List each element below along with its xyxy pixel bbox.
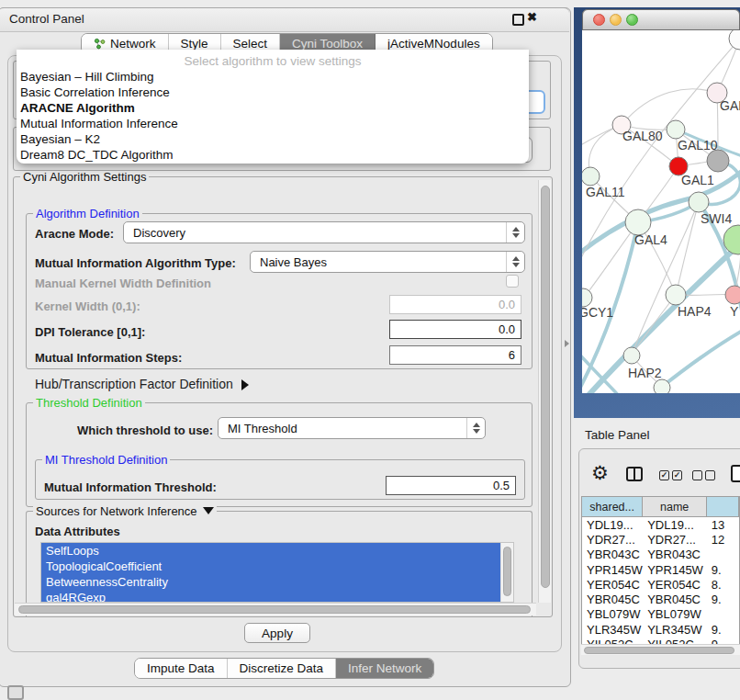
hub-factor-expander[interactable]: Hub/Transcription Factor Definition (35, 377, 249, 391)
table-cell: 9 (707, 638, 739, 644)
table-horizontal-scrollbar-thumb[interactable] (584, 647, 734, 654)
table-row[interactable]: YPR145WYPR145W9. (582, 562, 739, 577)
network-icon (94, 38, 106, 50)
bottom-tab-impute-data[interactable]: Impute Data (135, 659, 228, 678)
dpi-tolerance-label: DPI Tolerance [0,1]: (35, 325, 145, 339)
network-node-y[interactable] (725, 286, 740, 304)
which-threshold-value: MI Threshold (228, 422, 297, 435)
zoom-traffic-light-icon[interactable] (626, 14, 638, 26)
node-label-hap2: HAP2 (628, 366, 662, 380)
network-node-gal10[interactable] (667, 120, 685, 139)
list-scrollbar-thumb[interactable] (503, 547, 511, 596)
data-attribute-betweennesscentrality[interactable]: BetweennessCentrality (41, 574, 501, 590)
float-window-icon[interactable] (512, 14, 524, 26)
network-node-gal4[interactable] (625, 209, 651, 235)
minimize-traffic-light-icon[interactable] (610, 14, 622, 26)
network-node-gal11[interactable] (582, 167, 600, 186)
threshold-definition-legend: Threshold Definition (33, 397, 145, 410)
control-panel-titlebar[interactable] (0, 7, 569, 32)
apply-button[interactable]: Apply (244, 623, 310, 643)
table-row[interactable]: YLR345WYLR345W9. (582, 622, 739, 637)
data-attribute-selfloops[interactable]: SelfLoops (41, 543, 501, 559)
column-header-name[interactable]: name (643, 497, 707, 516)
settings-gear-icon[interactable]: ⚙ (591, 463, 609, 482)
table-cell: YPR145W (643, 563, 707, 577)
which-threshold-combo[interactable]: MI Threshold (218, 417, 486, 439)
table-cell: YBL079W (643, 607, 707, 621)
bottom-tab-discretize-data[interactable]: Discretize Data (228, 659, 337, 678)
settings-horizontal-scrollbar-thumb[interactable] (18, 605, 531, 614)
algorithm-option-mutual-information-inference[interactable]: Mutual Information Inference (20, 117, 178, 130)
table-cell: YDL19... (643, 518, 707, 532)
table-row[interactable]: YBR045CYBR045C9. (582, 592, 739, 606)
network-window-titlebar[interactable] (582, 9, 740, 30)
select-all-checkboxes-icon[interactable]: ✓✓ (659, 470, 682, 480)
node-label-gal10: GAL10 (678, 138, 718, 152)
hub-factor-expander-label: Hub/Transcription Factor Definition (35, 377, 233, 391)
network-node[interactable] (654, 379, 670, 393)
algorithm-option-basic-correlation-inference[interactable]: Basic Correlation Inference (20, 85, 170, 99)
close-panel-icon[interactable]: ✖ (527, 10, 537, 24)
network-node[interactable] (707, 150, 729, 172)
data-attributes-list[interactable]: SelfLoopsTopologicalCoefficientBetweenne… (40, 542, 514, 603)
data-attribute-gal4rgexp[interactable]: gal4RGexp (41, 590, 501, 603)
expander-expanded-icon (203, 507, 214, 514)
kernel-width-field[interactable]: 0.0 (389, 295, 521, 314)
expander-collapsed-icon (241, 379, 249, 390)
table-row[interactable]: YBL079WYBL079W (582, 607, 739, 622)
table-cell: YBR045C (643, 593, 707, 606)
table-horizontal-scrollbar[interactable] (581, 644, 740, 655)
data-attributes-label: Data Attributes (35, 525, 120, 538)
bottom-tab-infer-network[interactable]: Infer Network (336, 659, 433, 678)
dpi-tolerance-field[interactable]: 0.0 (389, 320, 521, 339)
table-cell: YDR27... (643, 533, 707, 547)
node-table[interactable]: shared...name YDL19...YDL19...13YDR27...… (581, 496, 740, 644)
network-node-hap2[interactable] (623, 347, 640, 364)
algorithm-option-aracne-algorithm[interactable]: ARACNE Algorithm (20, 101, 135, 115)
minimized-panel-icon[interactable] (7, 685, 24, 700)
aracne-mode-label: Aracne Mode: (35, 227, 114, 241)
node-label-hap4: HAP4 (678, 304, 712, 319)
list-vertical-scrollbar[interactable] (500, 543, 513, 603)
table-cell: YDR27... (582, 533, 643, 547)
table-row[interactable]: YER054CYER054C8. (582, 577, 739, 592)
manual-kernel-width-label: Manual Kernel Width Definition (35, 277, 211, 290)
column-header-shared[interactable]: shared... (582, 497, 643, 516)
table-cell: YER054C (643, 578, 707, 592)
document-icon[interactable] (731, 465, 740, 482)
mi-threshold-field[interactable]: 0.5 (386, 476, 516, 495)
table-cell: YLR345W (643, 623, 707, 637)
network-node-hap4[interactable] (666, 285, 686, 305)
network-node-swi4[interactable] (689, 192, 709, 212)
deselect-all-checkboxes-icon[interactable] (692, 470, 715, 480)
data-attribute-topologicalcoefficient[interactable]: TopologicalCoefficient (41, 559, 501, 574)
network-node[interactable] (729, 30, 740, 50)
mi-steps-field[interactable]: 6 (389, 345, 521, 365)
algorithm-option-bayesian-k2[interactable]: Bayesian – K2 (20, 132, 100, 146)
split-columns-icon[interactable] (626, 467, 643, 481)
tab-jactivemnodules-label: jActiveMNodules (387, 37, 480, 51)
close-traffic-light-icon[interactable] (593, 14, 605, 26)
manual-kernel-width-checkbox[interactable] (506, 275, 519, 288)
table-cell: YIL052C (582, 638, 643, 644)
column-header-partial[interactable] (707, 497, 739, 516)
splitter-handle-icon[interactable] (565, 340, 569, 347)
mi-algorithm-type-combo[interactable]: Naive Bayes (250, 251, 525, 273)
algorithm-option-bayesian-hill-climbing[interactable]: Bayesian – Hill Climbing (20, 70, 154, 84)
table-row[interactable]: YDR27...YDR27...12 (582, 532, 739, 547)
settings-vertical-scrollbar-thumb[interactable] (541, 186, 550, 588)
settings-horizontal-scrollbar[interactable] (15, 603, 536, 615)
sources-legend[interactable]: Sources for Network Inference (33, 505, 217, 518)
aracne-mode-combo[interactable]: Discovery (123, 221, 525, 243)
dpi-tolerance-value: 0.0 (499, 322, 515, 336)
node-label-gal1: GAL1 (681, 173, 714, 187)
network-node-gcy1[interactable] (582, 288, 592, 307)
table-row[interactable]: YDL19...YDL19...13 (582, 517, 739, 532)
bottom-tab-infer-network-label: Infer Network (348, 661, 421, 675)
table-row[interactable]: YBR043CYBR043C (582, 548, 739, 562)
algorithm-option-dream8-dc-tdc-algorithm[interactable]: Dream8 DC_TDC Algorithm (20, 148, 174, 162)
table-row[interactable]: YIL052CYIL052C9 (582, 637, 739, 644)
table-cell: 9. (707, 623, 739, 637)
network-canvas[interactable]: GALGAL80GAL10GAL1GAL11SWI4GAL4GCY1HAP4YH… (582, 30, 740, 393)
settings-vertical-scrollbar[interactable] (538, 180, 551, 603)
